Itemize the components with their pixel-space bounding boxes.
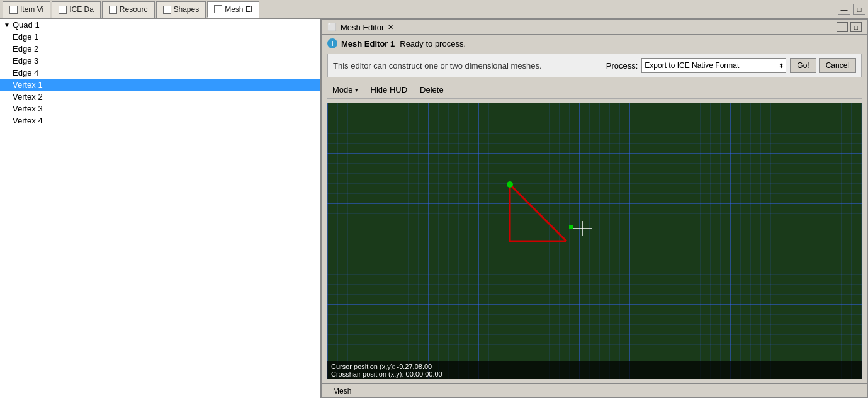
tree-label-vertex1: Vertex 1 — [13, 80, 43, 89]
minimize-tab-button[interactable]: — — [838, 4, 850, 15]
mode-label: Mode — [332, 85, 353, 94]
tree-label-edge2: Edge 2 — [13, 44, 38, 54]
tab-icon-ice-da — [59, 6, 67, 14]
left-panel: ▼ Quad 1 Edge 1 Edge 2 Edge 3 Edge 4 Ver… — [0, 19, 321, 398]
cancel-button[interactable]: Cancel — [819, 58, 856, 73]
tree-item-edge3[interactable]: Edge 3 — [0, 55, 320, 67]
tree-arrow-quad1: ▼ — [4, 21, 13, 28]
process-label: Process: — [606, 61, 638, 71]
tree-label-vertex2: Vertex 2 — [13, 92, 43, 101]
editor-window-icon: ⬜ — [327, 23, 337, 31]
tab-label-ice-da: ICE Da — [69, 5, 94, 14]
tree-label-edge1: Edge 1 — [13, 32, 38, 42]
cursor-position: Cursor position (x,y): -9.27,08.00 — [331, 363, 858, 370]
editor-toolbar: Mode ▾ Hide HUD Delete — [327, 84, 862, 99]
tree-label-edge3: Edge 3 — [13, 56, 38, 65]
crosshair-position: Crosshair position (x,y): 00.00,00.00 — [331, 370, 858, 378]
editor-status: Ready to process. — [400, 39, 466, 48]
mesh-tab[interactable]: Mesh — [325, 385, 359, 397]
tab-controls: — □ — [838, 4, 865, 15]
mode-dropdown[interactable]: Mode ▾ — [327, 84, 363, 96]
tab-resourc[interactable]: Resourc — [102, 1, 155, 18]
tab-label-resourc: Resourc — [120, 5, 148, 14]
tree-item-vertex3[interactable]: Vertex 3 — [0, 103, 320, 115]
svg-rect-7 — [569, 225, 573, 229]
tree-item-vertex4[interactable]: Vertex 4 — [0, 115, 320, 127]
tab-label-item-vi: Item Vi — [20, 5, 43, 14]
main-content: ▼ Quad 1 Edge 1 Edge 2 Edge 3 Edge 4 Ver… — [0, 19, 868, 398]
tree-item-edge1[interactable]: Edge 1 — [0, 31, 320, 43]
delete-button[interactable]: Delete — [415, 84, 449, 96]
editor-window: ⬜ Mesh Editor ✕ — □ i — [321, 19, 868, 398]
editor-info-row: i Mesh Editor 1 Ready to process. — [327, 38, 862, 48]
editor-minimize-button[interactable]: — — [837, 22, 848, 32]
maximize-tab-button[interactable]: □ — [853, 4, 865, 15]
svg-point-4 — [507, 181, 513, 188]
tree-label-edge4: Edge 4 — [13, 68, 38, 77]
editor-title: Mesh Editor 1 — [341, 39, 395, 48]
process-select-wrapper: Export to ICE Native Format — [641, 58, 786, 73]
tab-icon-item-vi — [9, 6, 18, 14]
tab-icon-mesh-el — [214, 5, 222, 13]
process-row: This editor can construct one or two dim… — [327, 54, 862, 77]
editor-description: This editor can construct one or two dim… — [333, 61, 606, 71]
tab-label-shapes: Shapes — [174, 5, 200, 14]
editor-titlebar-controls: — □ — [837, 22, 862, 32]
right-panel: ⬜ Mesh Editor ✕ — □ i — [321, 19, 868, 398]
editor-titlebar: ⬜ Mesh Editor ✕ — □ — [322, 20, 867, 35]
tree-root-label: Quad 1 — [13, 20, 40, 30]
tree-item-edge2[interactable]: Edge 2 — [0, 43, 320, 55]
hide-hud-button[interactable]: Hide HUD — [366, 84, 413, 96]
tree-label-vertex3: Vertex 3 — [13, 104, 43, 113]
tree-item-vertex2[interactable]: Vertex 2 — [0, 91, 320, 103]
mesh-canvas — [327, 103, 862, 379]
tree-container: ▼ Quad 1 Edge 1 Edge 2 Edge 3 Edge 4 Ver… — [0, 19, 320, 398]
tab-ice-da[interactable]: ICE Da — [52, 1, 101, 18]
go-button[interactable]: Go! — [790, 58, 816, 73]
info-icon: i — [327, 38, 337, 48]
tab-bar: Item Vi ICE Da Resourc Shapes Mesh El — … — [0, 0, 868, 19]
process-select[interactable]: Export to ICE Native Format — [641, 58, 786, 73]
tree-label-vertex4: Vertex 4 — [13, 116, 43, 125]
tab-label-mesh-el: Mesh El — [225, 5, 252, 14]
tab-icon-resourc — [109, 6, 117, 14]
tab-item-vi[interactable]: Item Vi — [3, 1, 50, 18]
mesh-tab-label: Mesh — [333, 387, 351, 395]
tree-item-vertex1[interactable]: Vertex 1 — [0, 79, 320, 91]
canvas-area[interactable]: Cursor position (x,y): -9.27,08.00 Cross… — [327, 103, 862, 379]
editor-window-title: Mesh Editor — [341, 23, 384, 32]
tab-icon-shapes — [163, 6, 171, 14]
tab-shapes[interactable]: Shapes — [156, 1, 206, 18]
tree-item-quad1[interactable]: ▼ Quad 1 — [0, 19, 320, 31]
bottom-tab-bar: Mesh — [322, 383, 867, 397]
svg-rect-2 — [327, 103, 862, 379]
mode-arrow-icon: ▾ — [355, 87, 358, 93]
tree-item-edge4[interactable]: Edge 4 — [0, 67, 320, 79]
editor-titlebar-left: ⬜ Mesh Editor ✕ — [327, 23, 393, 32]
editor-maximize-button[interactable]: □ — [850, 22, 862, 32]
tab-mesh-el[interactable]: Mesh El — [207, 1, 259, 18]
canvas-status: Cursor position (x,y): -9.27,08.00 Cross… — [327, 361, 862, 379]
editor-body: i Mesh Editor 1 Ready to process. This e… — [322, 35, 867, 383]
editor-close-icon[interactable]: ✕ — [388, 23, 393, 31]
